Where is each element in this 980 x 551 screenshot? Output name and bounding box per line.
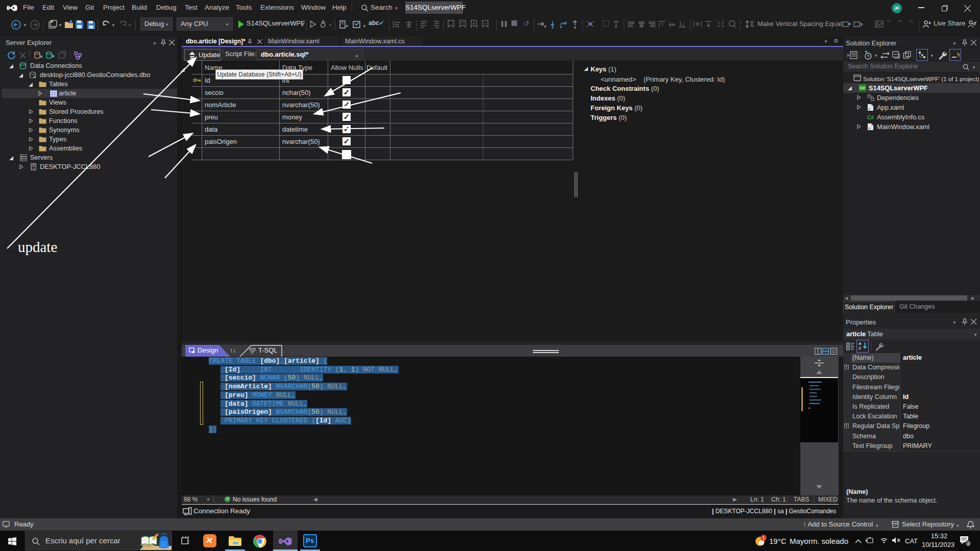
svg-text:1: 1 (762, 535, 765, 540)
svg-text:2: 2 (967, 541, 969, 546)
